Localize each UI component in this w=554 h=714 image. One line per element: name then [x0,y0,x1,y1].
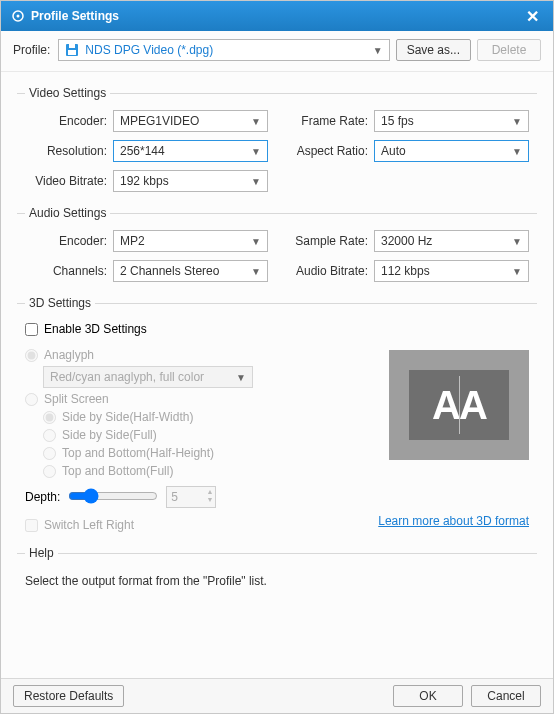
chevron-down-icon: ▼ [251,146,261,157]
chevron-down-icon: ▼ [512,236,522,247]
sbs-full-label: Side by Side(Full) [62,428,157,442]
disk-icon [65,43,79,57]
tb-half-label: Top and Bottom(Half-Height) [62,446,214,460]
profile-select[interactable]: NDS DPG Video (*.dpg) ▼ [58,39,389,61]
audio-bitrate-select[interactable]: 112 kbps▼ [374,260,529,282]
video-legend: Video Settings [25,86,110,100]
3d-legend: 3D Settings [25,296,95,310]
help-legend: Help [25,546,58,560]
sbs-half-radio [43,411,56,424]
samplerate-select[interactable]: 32000 Hz▼ [374,230,529,252]
aspect-label: Aspect Ratio: [286,144,368,158]
audio-bitrate-label: Audio Bitrate: [286,264,368,278]
audio-settings-group: Audio Settings Encoder: MP2▼ Sample Rate… [17,206,537,290]
switch-lr-checkbox [25,519,38,532]
channels-select[interactable]: 2 Channels Stereo▼ [113,260,268,282]
framerate-label: Frame Rate: [286,114,368,128]
framerate-select[interactable]: 15 fps▼ [374,110,529,132]
enable-3d-label: Enable 3D Settings [44,322,147,336]
switch-lr-label: Switch Left Right [44,518,134,532]
channels-label: Channels: [25,264,107,278]
profile-bar: Profile: NDS DPG Video (*.dpg) ▼ Save as… [1,31,553,72]
spinner-arrows-icon: ▲▼ [206,488,213,504]
preview-text: AA [409,370,509,440]
resolution-label: Resolution: [25,144,107,158]
video-bitrate-label: Video Bitrate: [25,174,107,188]
delete-button: Delete [477,39,541,61]
split-label: Split Screen [44,392,109,406]
chevron-down-icon: ▼ [512,146,522,157]
chevron-down-icon: ▼ [251,236,261,247]
audio-encoder-select[interactable]: MP2▼ [113,230,268,252]
audio-legend: Audio Settings [25,206,110,220]
anaglyph-radio [25,349,38,362]
video-encoder-select[interactable]: MPEG1VIDEO▼ [113,110,268,132]
audio-encoder-label: Encoder: [25,234,107,248]
depth-slider[interactable] [68,488,158,504]
chevron-down-icon: ▼ [251,116,261,127]
ok-button[interactable]: OK [393,685,463,707]
chevron-down-icon: ▼ [373,45,383,56]
depth-spinner: 5 ▲▼ [166,486,216,508]
chevron-down-icon: ▼ [512,266,522,277]
sbs-half-label: Side by Side(Half-Width) [62,410,193,424]
restore-defaults-button[interactable]: Restore Defaults [13,685,124,707]
app-icon [11,9,25,23]
close-icon[interactable]: ✕ [522,7,543,26]
tb-half-radio [43,447,56,460]
profile-value: NDS DPG Video (*.dpg) [85,43,213,57]
window-title: Profile Settings [31,9,119,23]
svg-rect-4 [68,50,76,55]
tb-full-radio [43,465,56,478]
titlebar: Profile Settings ✕ [1,1,553,31]
sbs-full-radio [43,429,56,442]
cancel-button[interactable]: Cancel [471,685,541,707]
3d-preview: AA [389,350,529,460]
profile-label: Profile: [13,43,50,57]
anaglyph-mode-select: Red/cyan anaglyph, full color▼ [43,366,253,388]
learn-more-link[interactable]: Learn more about 3D format [378,514,529,532]
svg-rect-3 [69,44,75,48]
3d-settings-group: 3D Settings Enable 3D Settings Anaglyph … [17,296,537,540]
enable-3d-checkbox[interactable] [25,323,38,336]
tb-full-label: Top and Bottom(Full) [62,464,173,478]
video-bitrate-select[interactable]: 192 kbps▼ [113,170,268,192]
split-screen-radio [25,393,38,406]
help-text: Select the output format from the "Profi… [25,574,529,588]
resolution-select[interactable]: 256*144▼ [113,140,268,162]
content-area: Profile: NDS DPG Video (*.dpg) ▼ Save as… [1,31,553,678]
chevron-down-icon: ▼ [251,176,261,187]
aspect-select[interactable]: Auto▼ [374,140,529,162]
save-as-button[interactable]: Save as... [396,39,471,61]
svg-point-1 [17,15,20,18]
depth-label: Depth: [25,490,60,504]
chevron-down-icon: ▼ [251,266,261,277]
help-group: Help Select the output format from the "… [17,546,537,596]
footer: Restore Defaults OK Cancel [1,678,553,713]
chevron-down-icon: ▼ [236,372,246,383]
video-settings-group: Video Settings Encoder: MPEG1VIDEO▼ Fram… [17,86,537,200]
video-encoder-label: Encoder: [25,114,107,128]
anaglyph-label: Anaglyph [44,348,94,362]
samplerate-label: Sample Rate: [286,234,368,248]
chevron-down-icon: ▼ [512,116,522,127]
